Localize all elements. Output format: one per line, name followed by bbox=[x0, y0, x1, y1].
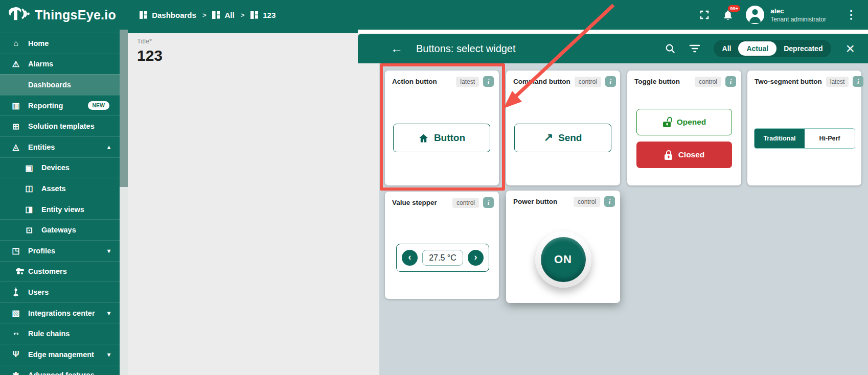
card-title: Two-segment button bbox=[755, 78, 822, 85]
kebab-menu-icon[interactable]: ⋮ bbox=[846, 8, 857, 21]
user-role: Tenant administrator bbox=[770, 16, 826, 23]
user-menu[interactable]: alec Tenant administrator bbox=[770, 7, 826, 23]
segment-traditional[interactable]: Traditional bbox=[755, 129, 805, 148]
action-button-preview[interactable]: Button bbox=[393, 124, 490, 152]
card-title: Power button bbox=[513, 198, 557, 205]
sidebar-item-home[interactable]: ⌂ Home bbox=[0, 33, 120, 54]
tag-badge: control bbox=[452, 198, 479, 208]
sidebar-item-reporting[interactable]: ▥ Reporting NEW bbox=[0, 95, 120, 116]
sidebar-item-customers[interactable]: Customers bbox=[0, 261, 120, 282]
filter-deprecated[interactable]: Deprecated bbox=[776, 41, 830, 56]
card-header: Two-segment button latest i bbox=[747, 71, 861, 87]
stepper-value: 27.5 °C bbox=[422, 250, 463, 266]
filter-all[interactable]: All bbox=[715, 41, 739, 56]
breadcrumb-separator: > bbox=[202, 11, 207, 19]
chevron-down-icon[interactable]: ▾ bbox=[107, 247, 113, 254]
increment-button[interactable]: › bbox=[468, 250, 484, 266]
panel-top-gap bbox=[358, 30, 868, 34]
sidebar-item-label: Entities bbox=[28, 143, 55, 151]
back-arrow-icon[interactable]: ← bbox=[391, 42, 403, 55]
dashboard-grid-icon bbox=[250, 11, 258, 19]
sidebar-scrollbar-thumb[interactable] bbox=[120, 30, 128, 187]
segment-hi-perf[interactable]: Hi-Perf bbox=[805, 129, 855, 148]
widget-card-command-button[interactable]: Command button control i ↗ Send bbox=[506, 71, 620, 185]
tag-badge: control bbox=[695, 77, 721, 87]
chevron-down-icon[interactable]: ▾ bbox=[107, 351, 113, 358]
widget-card-value-stepper[interactable]: Value stepper control i ‹ 27.5 °C › bbox=[385, 192, 499, 299]
card-title: Action button bbox=[392, 78, 437, 85]
sidebar-item-label: Dashboards bbox=[28, 81, 71, 89]
dashboard-details-form: Title* 123 bbox=[128, 30, 358, 375]
breadcrumb-label: 123 bbox=[263, 11, 276, 19]
toggle-opened-button-preview[interactable]: Opened bbox=[636, 109, 732, 135]
sidebar-item-entities[interactable]: ◬ Entities ▴ bbox=[0, 136, 120, 157]
chevron-up-icon[interactable]: ▴ bbox=[107, 144, 113, 151]
filter-icon[interactable] bbox=[689, 44, 700, 53]
edge-antenna-icon: Ψ bbox=[11, 350, 21, 359]
widget-filter-toggle-group: All Actual Deprecated bbox=[714, 40, 832, 57]
breadcrumb-item-dashboards[interactable]: Dashboards bbox=[140, 11, 196, 19]
breadcrumb: Dashboards > All > 123 bbox=[140, 11, 276, 19]
widget-card-power-button[interactable]: Power button control i ON bbox=[506, 191, 620, 303]
sidebar-item-dashboards[interactable]: Dashboards bbox=[0, 74, 120, 95]
tag-badge: latest bbox=[456, 77, 479, 87]
info-icon[interactable]: i bbox=[604, 196, 615, 207]
card-header: Command button control i bbox=[506, 71, 620, 87]
sidebar-item-entity-views[interactable]: ◨ Entity views bbox=[0, 199, 120, 220]
fullscreen-button[interactable] bbox=[699, 9, 710, 20]
select-widget-panel: ← Buttons: select widget All Actual Depr… bbox=[358, 34, 868, 375]
sidebar-item-advanced-features[interactable]: ✱ Advanced features bbox=[0, 365, 120, 375]
sidebar-item-label: Reporting bbox=[28, 102, 63, 110]
title-field-value[interactable]: 123 bbox=[137, 47, 349, 64]
brand-logo[interactable]: ThingsEye.io bbox=[7, 4, 116, 26]
panel-header-actions: All Actual Deprecated × bbox=[665, 40, 855, 57]
breadcrumb-item-all[interactable]: All bbox=[212, 11, 234, 19]
sidebar-item-label: Devices bbox=[41, 163, 70, 172]
button-label: Opened bbox=[677, 118, 706, 127]
info-icon[interactable]: i bbox=[853, 76, 863, 87]
brand-name: ThingsEye.io bbox=[35, 8, 116, 22]
sidebar-item-gateways[interactable]: ⊡ Gateways bbox=[0, 219, 120, 240]
card-title: Command button bbox=[513, 78, 570, 85]
info-icon[interactable]: i bbox=[725, 76, 736, 87]
dashboard-grid-icon bbox=[212, 11, 220, 19]
info-icon[interactable]: i bbox=[605, 76, 616, 87]
send-button-preview[interactable]: ↗ Send bbox=[514, 124, 611, 152]
sidebar-item-integrations-center[interactable]: ▧ Integrations center ▾ bbox=[0, 302, 120, 323]
toggle-closed-button-preview[interactable]: Closed bbox=[636, 142, 732, 168]
info-icon[interactable]: i bbox=[483, 76, 494, 87]
widget-card-two-segment-button[interactable]: Two-segment button latest i Traditional … bbox=[747, 71, 861, 185]
power-button-preview[interactable]: ON bbox=[541, 237, 586, 282]
widget-card-toggle-button[interactable]: Toggle button control i Opened Closed bbox=[627, 71, 741, 185]
gateways-icon: ⊡ bbox=[24, 225, 34, 235]
sidebar-item-label: Integrations center bbox=[28, 309, 95, 317]
entities-icon: ◬ bbox=[11, 142, 21, 152]
notifications-button[interactable]: 99+ bbox=[722, 9, 734, 21]
user-avatar[interactable] bbox=[746, 6, 764, 24]
close-icon[interactable]: × bbox=[846, 41, 855, 56]
info-icon[interactable]: i bbox=[483, 197, 494, 208]
sidebar-item-solution-templates[interactable]: ⊞ Solution templates bbox=[0, 115, 120, 136]
sidebar-item-label: Advanced features bbox=[28, 371, 95, 375]
sidebar-item-devices[interactable]: ▣ Devices bbox=[0, 157, 120, 178]
chevron-down-icon[interactable]: ▾ bbox=[107, 310, 113, 317]
breadcrumb-item-123[interactable]: 123 bbox=[250, 11, 276, 19]
app-window: ThingsEye.io Dashboards > All > 123 bbox=[0, 0, 868, 375]
sidebar-item-alarms[interactable]: ⚠ Alarms bbox=[0, 54, 120, 75]
widget-card-action-button[interactable]: Action button latest i Button bbox=[385, 71, 499, 185]
breadcrumb-label: Dashboards bbox=[152, 11, 196, 19]
sidebar-item-profiles[interactable]: ◳ Profiles ▾ bbox=[0, 240, 120, 261]
home-icon bbox=[418, 133, 429, 144]
widget-cards-area: Action button latest i Button Command bu… bbox=[379, 63, 868, 375]
home-icon: ⌂ bbox=[11, 39, 21, 48]
decrement-button[interactable]: ‹ bbox=[402, 250, 418, 266]
search-icon[interactable] bbox=[665, 43, 676, 54]
sidebar-item-label: Profiles bbox=[28, 247, 55, 255]
sidebar-item-rule-chains[interactable]: ‹·› Rule chains bbox=[0, 323, 120, 344]
sidebar-item-edge-management[interactable]: Ψ Edge management ▾ bbox=[0, 344, 120, 365]
filter-actual[interactable]: Actual bbox=[738, 41, 776, 56]
sidebar-item-users[interactable]: Users bbox=[0, 282, 120, 302]
card-title: Toggle button bbox=[634, 78, 680, 85]
sidebar-item-label: Gateways bbox=[41, 226, 76, 234]
sidebar-item-assets[interactable]: ◫ Assets bbox=[0, 178, 120, 199]
